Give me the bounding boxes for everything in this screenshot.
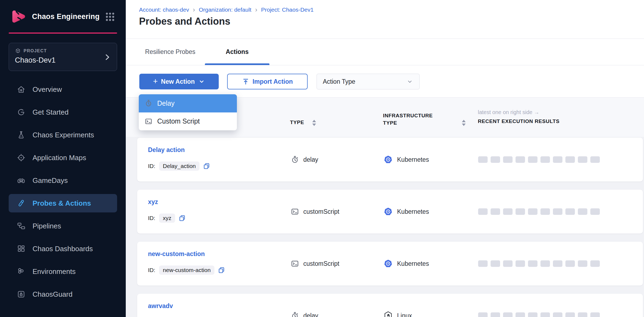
stopwatch-icon (145, 99, 152, 107)
lock-card-icon (17, 290, 25, 299)
gamepad-icon (17, 176, 25, 185)
execution-result-placeholder (491, 156, 500, 163)
chevron-down-icon (198, 78, 205, 85)
execution-result-placeholder (503, 260, 513, 267)
execution-result-placeholder (540, 260, 550, 267)
sort-infrastructure-control[interactable] (462, 120, 466, 126)
sidebar-item-chaos-experiments[interactable]: Chaos Experiments (9, 126, 117, 144)
stopwatch-icon (291, 312, 299, 317)
breadcrumb-separator: › (255, 6, 257, 14)
sidebar-item-environments[interactable]: Environments (9, 262, 117, 281)
execution-result-placeholder (503, 208, 513, 215)
tab-bar: Resilience Probes Actions (136, 39, 269, 65)
table-row[interactable]: awrvadv delay Linux (137, 294, 643, 317)
sidebar-header: Chaos Engineering (10, 7, 116, 26)
sidebar-item-application-maps[interactable]: Application Maps (9, 148, 117, 167)
execution-result-placeholder (590, 156, 600, 163)
execution-result-placeholder (516, 208, 525, 215)
new-action-button[interactable]: + New Action (139, 74, 219, 89)
action-name-link[interactable]: xyz (148, 198, 158, 206)
execution-result-placeholder (578, 260, 587, 267)
kubernetes-icon (384, 207, 393, 216)
table-row[interactable]: Delay action ID: Delay_action delay (137, 138, 643, 182)
breadcrumb-account[interactable]: Account: chaos-dev (139, 7, 189, 13)
type-cell: delay (291, 294, 318, 317)
menu-item-custom-script[interactable]: Custom Script (139, 112, 237, 131)
action-name-link[interactable]: awrvadv (148, 302, 173, 310)
execution-result-placeholder (478, 208, 488, 215)
harness-logo-icon (10, 8, 27, 25)
project-selector[interactable]: PROJECT Chaos-Dev1 (9, 43, 117, 71)
tab-resilience-probes[interactable]: Resilience Probes (136, 39, 205, 65)
column-header-type[interactable]: TYPE (290, 119, 304, 125)
execution-result-placeholder (565, 260, 575, 267)
execution-result-placeholder (528, 208, 537, 215)
action-id-line: ID: xyz (148, 213, 186, 223)
sidebar-item-pipelines[interactable]: Pipelines (9, 217, 117, 235)
execution-result-placeholder (491, 260, 500, 267)
table-row[interactable]: new-custom-action ID: new-custom-action (137, 242, 643, 286)
execution-result-placeholder (553, 312, 562, 317)
execution-result-placeholder (478, 156, 488, 163)
import-action-button[interactable]: Import Action (227, 74, 308, 89)
cube-icon (15, 48, 21, 54)
action-name-link[interactable]: new-custom-action (148, 250, 205, 258)
sidebar-item-gamedays[interactable]: GameDays (9, 171, 117, 190)
kubernetes-icon (384, 259, 393, 268)
copy-icon[interactable] (218, 266, 225, 274)
type-cell: customScript (291, 190, 339, 234)
sidebar-item-chaos-dashboards[interactable]: Chaos Dashboards (9, 240, 117, 258)
sidebar-item-chaosguard[interactable]: ChaosGuard (9, 285, 117, 303)
module-grid-icon[interactable] (105, 11, 115, 22)
project-name: Chaos-Dev1 (15, 56, 111, 64)
get-started-icon (17, 108, 25, 117)
brand-divider (9, 33, 117, 34)
execution-result-placeholder (516, 156, 525, 163)
project-label: PROJECT (24, 48, 47, 53)
probe-icon (17, 199, 25, 208)
execution-result-placeholder (578, 312, 587, 317)
page-title: Probes and Actions (139, 16, 230, 27)
execution-result-placeholder (540, 312, 550, 317)
tab-actions[interactable]: Actions (205, 39, 269, 65)
copy-icon[interactable] (203, 162, 210, 170)
new-action-menu: Delay Custom Script (139, 94, 237, 130)
action-name-link[interactable]: Delay action (148, 146, 185, 154)
execution-result-placeholder (528, 156, 537, 163)
chaos-engineering-app: Chaos Engineering PROJECT Chaos-Dev1 (0, 0, 644, 317)
breadcrumb-project[interactable]: Project: Chaos-Dev1 (261, 7, 314, 13)
column-header-infrastructure-type[interactable]: INFRASTRUCTURE TYPE (383, 112, 448, 127)
plus-icon: + (153, 77, 158, 86)
infrastructure-cell: Kubernetes (384, 138, 429, 182)
chevron-down-icon (406, 78, 413, 85)
action-id-value: xyz (159, 214, 175, 223)
execution-result-placeholder (590, 312, 600, 317)
copy-icon[interactable] (178, 214, 186, 222)
tabbar-divider (126, 65, 644, 65)
recent-execution-results (478, 138, 600, 182)
execution-result-placeholder (578, 156, 587, 163)
column-header-recent-results: RECENT EXECUTION RESULTS (478, 118, 559, 124)
import-icon (242, 78, 249, 85)
main-content: Account: chaos-dev › Organization: defau… (126, 0, 644, 317)
execution-result-placeholder (565, 156, 575, 163)
sidebar-item-probes-actions[interactable]: Probes & Actions (9, 194, 117, 212)
execution-result-placeholder (553, 260, 562, 267)
execution-result-placeholder (491, 208, 500, 215)
sidebar-item-get-started[interactable]: Get Started (9, 103, 117, 121)
execution-result-placeholder (503, 312, 513, 317)
execution-result-placeholder (540, 156, 550, 163)
action-id-line: ID: Delay_action (148, 161, 210, 171)
execution-result-placeholder (528, 260, 537, 267)
product-title: Chaos Engineering (32, 12, 99, 21)
infrastructure-cell: Kubernetes (384, 242, 429, 286)
action-type-filter[interactable]: Action Type (317, 74, 420, 89)
breadcrumb-organization[interactable]: Organization: default (199, 7, 251, 13)
execution-result-placeholder (553, 156, 562, 163)
type-cell: delay (291, 138, 318, 182)
execution-result-placeholder (565, 312, 575, 317)
sidebar-item-overview[interactable]: Overview (9, 80, 117, 99)
menu-item-delay[interactable]: Delay (139, 94, 237, 112)
table-row[interactable]: xyz ID: xyz customScript (137, 190, 643, 234)
sort-type-control[interactable] (312, 120, 316, 126)
